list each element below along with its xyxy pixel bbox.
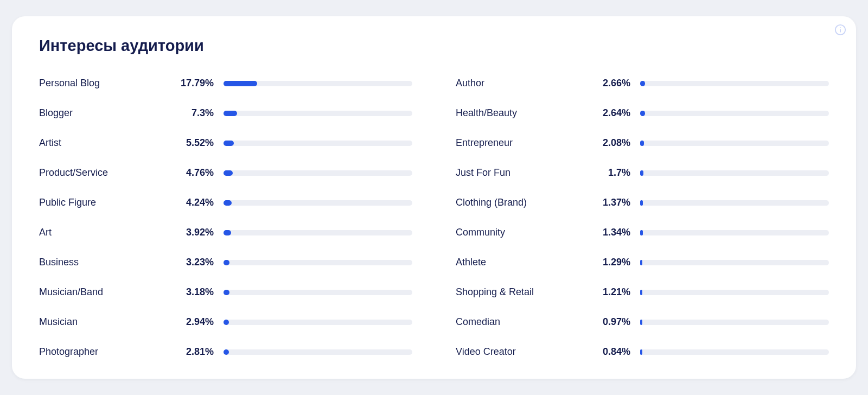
interest-bar-fill [224, 141, 234, 146]
interest-bar [224, 141, 412, 146]
interest-label: Community [456, 227, 597, 238]
interest-bar-fill [224, 81, 257, 86]
interest-bar-fill [224, 290, 229, 295]
interest-value: 0.97% [597, 316, 640, 328]
interest-bar-fill [640, 290, 642, 295]
interest-label: Video Creator [456, 346, 597, 358]
interest-row: Health/Beauty2.64% [456, 107, 829, 119]
interest-label: Shopping & Retail [456, 286, 597, 298]
info-icon[interactable] [834, 24, 846, 36]
interest-label: Clothing (Brand) [456, 197, 597, 208]
interest-bar [224, 290, 412, 295]
interest-value: 2.64% [597, 107, 640, 119]
panel-title: Интересы аудитории [39, 37, 829, 55]
interest-row: Blogger7.3% [39, 107, 412, 119]
interest-row: Art3.92% [39, 227, 412, 238]
interests-column-right: Author2.66%Health/Beauty2.64%Entrepreneu… [456, 78, 829, 358]
interest-bar-fill [640, 81, 645, 86]
interest-value: 2.08% [597, 137, 640, 149]
interest-bar-fill [640, 230, 643, 235]
interest-bar [640, 260, 829, 265]
interests-columns: Personal Blog17.79%Blogger7.3%Artist5.52… [39, 78, 829, 358]
interest-label: Just For Fun [456, 167, 597, 179]
interest-bar-fill [224, 111, 237, 116]
svg-point-2 [840, 27, 841, 28]
interest-label: Athlete [456, 257, 597, 268]
interest-bar [224, 230, 412, 235]
interest-label: Personal Blog [39, 78, 180, 89]
interest-value: 2.66% [597, 78, 640, 89]
interest-row: Entrepreneur2.08% [456, 137, 829, 149]
interest-row: Just For Fun1.7% [456, 167, 829, 179]
interest-value: 1.7% [597, 167, 640, 179]
interest-value: 4.76% [180, 167, 224, 179]
interest-value: 17.79% [180, 78, 224, 89]
interest-value: 4.24% [180, 197, 224, 208]
interest-bar-fill [640, 170, 643, 176]
interest-label: Public Figure [39, 197, 180, 208]
interest-row: Business3.23% [39, 257, 412, 268]
interest-bar-fill [224, 260, 229, 265]
interest-label: Photographer [39, 346, 180, 358]
interest-value: 1.34% [597, 227, 640, 238]
interest-bar-fill [640, 260, 642, 265]
interest-row: Shopping & Retail1.21% [456, 286, 829, 298]
interest-bar [224, 260, 412, 265]
interest-bar [224, 170, 412, 176]
interest-row: Author2.66% [456, 78, 829, 89]
interest-bar-fill [224, 230, 231, 235]
interest-bar [640, 111, 829, 116]
interest-label: Comedian [456, 316, 597, 328]
interest-label: Artist [39, 137, 180, 149]
interest-bar [640, 81, 829, 86]
interest-row: Musician2.94% [39, 316, 412, 328]
interest-bar-fill [224, 200, 232, 206]
interest-bar-fill [640, 320, 642, 325]
interest-value: 3.92% [180, 227, 224, 238]
interest-row: Public Figure4.24% [39, 197, 412, 208]
interest-bar-fill [640, 111, 645, 116]
interest-label: Blogger [39, 107, 180, 119]
interest-label: Health/Beauty [456, 107, 597, 119]
interest-bar-fill [224, 170, 233, 176]
interest-label: Art [39, 227, 180, 238]
interest-bar [224, 320, 412, 325]
interest-value: 0.84% [597, 346, 640, 358]
interest-bar [640, 170, 829, 176]
interest-bar-fill [640, 349, 642, 355]
interest-label: Author [456, 78, 597, 89]
interest-value: 2.81% [180, 346, 224, 358]
interest-label: Musician/Band [39, 286, 180, 298]
interest-bar [224, 349, 412, 355]
interest-value: 3.23% [180, 257, 224, 268]
interest-label: Business [39, 257, 180, 268]
interest-bar [640, 349, 829, 355]
interest-bar-fill [640, 141, 644, 146]
interest-row: Video Creator0.84% [456, 346, 829, 358]
interest-bar [640, 200, 829, 206]
interest-value: 3.18% [180, 286, 224, 298]
interest-value: 5.52% [180, 137, 224, 149]
interest-row: Product/Service4.76% [39, 167, 412, 179]
interest-label: Musician [39, 316, 180, 328]
interest-row: Community1.34% [456, 227, 829, 238]
interest-bar [224, 111, 412, 116]
interest-value: 1.37% [597, 197, 640, 208]
interest-row: Clothing (Brand)1.37% [456, 197, 829, 208]
interest-value: 1.21% [597, 286, 640, 298]
interest-bar [640, 320, 829, 325]
interests-column-left: Personal Blog17.79%Blogger7.3%Artist5.52… [39, 78, 412, 358]
interest-row: Musician/Band3.18% [39, 286, 412, 298]
interest-label: Product/Service [39, 167, 180, 179]
interest-bar [640, 290, 829, 295]
interest-bar-fill [224, 320, 229, 325]
interest-label: Entrepreneur [456, 137, 597, 149]
interest-row: Photographer2.81% [39, 346, 412, 358]
interest-bar [640, 230, 829, 235]
interest-row: Personal Blog17.79% [39, 78, 412, 89]
interest-value: 7.3% [180, 107, 224, 119]
interest-value: 1.29% [597, 257, 640, 268]
audience-interests-panel: Интересы аудитории Personal Blog17.79%Bl… [12, 16, 856, 379]
interest-bar-fill [224, 349, 229, 355]
interest-bar-fill [640, 200, 643, 206]
